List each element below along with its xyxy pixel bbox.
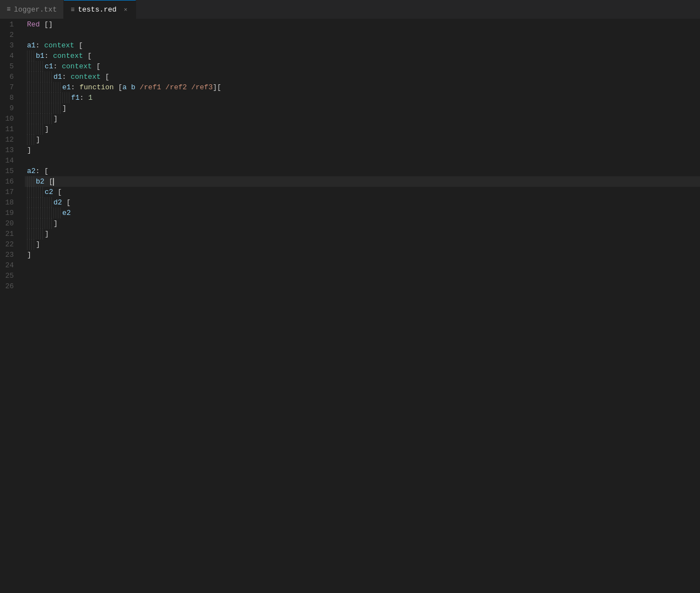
tab-close-button[interactable]: × xyxy=(122,6,129,14)
token: ] xyxy=(53,218,58,229)
token xyxy=(84,93,88,103)
token xyxy=(135,82,140,93)
token: [ xyxy=(40,166,48,176)
token: ] xyxy=(45,124,49,134)
line-number-4: 4 xyxy=(0,51,18,61)
token: e1 xyxy=(62,82,71,93)
token xyxy=(75,82,79,93)
code-line: ] xyxy=(25,239,700,250)
token: ] xyxy=(36,239,40,250)
code-line: Red [] xyxy=(25,19,700,30)
token: ] xyxy=(45,229,49,239)
line-number-6: 6 xyxy=(0,72,18,82)
token: ] xyxy=(27,145,31,155)
token: context xyxy=(44,40,74,51)
token: [ xyxy=(57,187,62,197)
code-content[interactable]: Red []a1: context [ b1: context [ c1: co… xyxy=(25,19,700,593)
code-line: ] xyxy=(25,218,700,229)
code-line: e2 xyxy=(25,208,700,218)
token: [ xyxy=(114,82,123,93)
token: ] xyxy=(27,250,31,260)
line-number-10: 10 xyxy=(0,114,18,124)
code-line: ] xyxy=(25,114,700,124)
line-number-15: 15 xyxy=(0,166,18,176)
token: [ xyxy=(66,197,70,208)
token: : xyxy=(62,72,67,82)
token: ] xyxy=(36,134,40,145)
tab-bar: ≡ logger.txt ≡ tests.red × xyxy=(0,0,700,19)
line-number-12: 12 xyxy=(0,134,18,145)
code-line: c1: context [ xyxy=(25,61,700,72)
line-number-17: 17 xyxy=(0,187,18,197)
token xyxy=(40,40,44,51)
code-line xyxy=(25,271,700,281)
code-line xyxy=(25,30,700,40)
token: /ref1 xyxy=(140,82,161,93)
code-line xyxy=(25,260,700,271)
token: b xyxy=(131,82,135,93)
code-line: e1: function [a b /ref1 /ref2 /ref3][ xyxy=(25,82,700,93)
line-numbers: 1234567891011121314151617181920212223242… xyxy=(0,19,25,593)
editor-area: 1234567891011121314151617181920212223242… xyxy=(0,19,700,593)
code-line: ] xyxy=(25,229,700,239)
line-number-3: 3 xyxy=(0,40,18,51)
tab-logger[interactable]: ≡ logger.txt xyxy=(0,0,64,19)
line-number-2: 2 xyxy=(0,30,18,40)
token: a1 xyxy=(27,40,36,51)
code-line: ] xyxy=(25,250,700,260)
tab-label-tests-red: tests.red xyxy=(78,6,116,14)
code-line: ] xyxy=(25,134,700,145)
tab-label-logger: logger.txt xyxy=(14,6,57,14)
code-line: b2 [ xyxy=(25,176,700,187)
token xyxy=(45,176,49,187)
code-line: ] xyxy=(25,124,700,134)
token: c2 xyxy=(45,187,53,197)
token: d2 xyxy=(53,197,62,208)
line-number-19: 19 xyxy=(0,208,18,218)
token: a2 xyxy=(27,166,36,176)
token: : xyxy=(45,51,49,61)
line-number-5: 5 xyxy=(0,61,18,72)
token: b2 xyxy=(36,176,45,187)
tab-icon-tests-red: ≡ xyxy=(70,6,74,14)
tab-tests-red[interactable]: ≡ tests.red × xyxy=(64,0,136,19)
token: /ref2 xyxy=(165,82,187,93)
token: [ xyxy=(48,176,53,187)
token: : xyxy=(36,166,40,176)
line-number-7: 7 xyxy=(0,82,18,93)
code-line: a1: context [ xyxy=(25,40,700,51)
token: [ xyxy=(92,61,101,72)
code-line: a2: [ xyxy=(25,166,700,176)
code-line: d2 [ xyxy=(25,197,700,208)
code-line xyxy=(25,281,700,292)
line-number-8: 8 xyxy=(0,93,18,103)
token: : xyxy=(71,82,75,93)
token: : xyxy=(53,61,58,72)
line-number-1: 1 xyxy=(0,19,18,30)
token: context xyxy=(62,61,92,72)
token: ] xyxy=(62,103,67,114)
token xyxy=(57,61,62,72)
token: d1 xyxy=(53,72,62,82)
token xyxy=(62,197,67,208)
token xyxy=(127,82,131,93)
token: [ xyxy=(83,51,92,61)
token: function xyxy=(79,82,113,93)
token: [ xyxy=(74,40,83,51)
line-number-14: 14 xyxy=(0,155,18,166)
code-line: ] xyxy=(25,103,700,114)
token xyxy=(161,82,166,93)
line-number-21: 21 xyxy=(0,229,18,239)
token: ][ xyxy=(213,82,221,93)
token: /ref3 xyxy=(191,82,213,93)
token: ] xyxy=(53,114,58,124)
token: context xyxy=(70,72,101,82)
line-number-16: 16 xyxy=(0,176,18,187)
token: Red xyxy=(27,19,40,30)
token: e2 xyxy=(62,208,71,218)
code-line: f1: 1 xyxy=(25,93,700,103)
token: a xyxy=(122,82,127,93)
token: c1 xyxy=(45,61,53,72)
code-line: ] xyxy=(25,145,700,155)
token xyxy=(48,51,53,61)
